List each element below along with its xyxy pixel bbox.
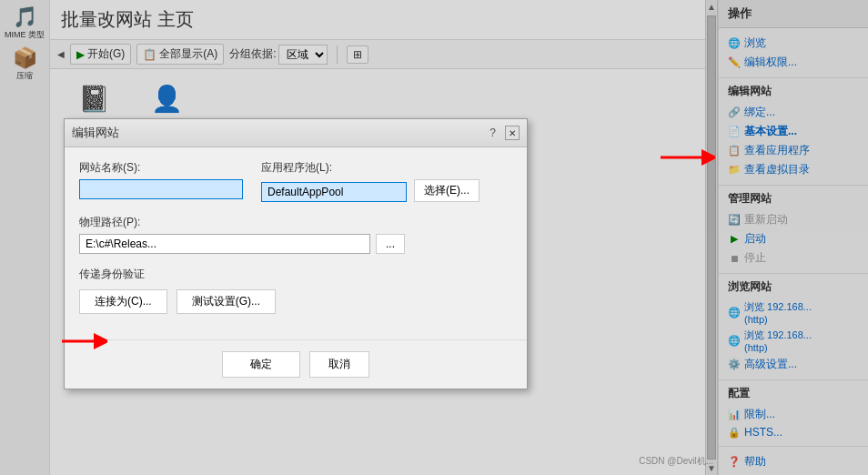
log-icon: 📓 — [76, 80, 112, 116]
right-panel-section-managesite: 管理网站 🔄 重新启动 ▶ 启动 ⏹ 停止 — [719, 186, 868, 274]
browse-192-2-label: 浏览 192.168...(http) — [744, 328, 812, 353]
watermark: CSDN @Devil机... — [639, 455, 713, 468]
stop-label: 停止 — [744, 250, 766, 266]
edit-permissions-label: 编辑权限... — [744, 55, 797, 70]
limits-label: 限制... — [744, 407, 775, 422]
group-by-dropdown: 分组依据: 区域 — [229, 45, 327, 65]
dialog-close-button[interactable]: ✕ — [505, 126, 520, 140]
view-vdirs-icon: 📁 — [728, 164, 741, 177]
app-pool-input[interactable] — [261, 182, 407, 202]
right-panel-section-browse: 🌐 浏览 ✏️ 编辑权限... — [719, 28, 868, 78]
start-label: 启动 — [744, 231, 766, 247]
stop-link[interactable]: ⏹ 停止 — [728, 248, 859, 268]
help-label: 帮助 — [744, 454, 766, 470]
pass-through-section: 传递身份验证 连接为(C)... 测试设置(G)... — [79, 267, 512, 314]
restart-icon: 🔄 — [728, 214, 741, 227]
toolbar-separator — [337, 45, 338, 64]
scroll-up-btn[interactable]: ▲ — [707, 2, 716, 12]
credentials-row: 连接为(C)... 测试设置(G)... — [79, 289, 512, 314]
advanced-settings-label: 高级设置... — [744, 357, 797, 372]
editsite-title: 编辑网站 — [728, 84, 859, 99]
basic-settings-link[interactable]: 📄 基本设置... — [728, 122, 859, 141]
scroll-thumb[interactable] — [707, 15, 716, 460]
edit-permissions-link[interactable]: ✏️ 编辑权限... — [728, 53, 859, 72]
browse-192-2-icon: 🌐 — [728, 335, 741, 348]
browse-path-button[interactable]: ... — [376, 234, 405, 254]
bind-label: 绑定... — [744, 105, 775, 120]
advanced-settings-icon: ⚙️ — [728, 359, 741, 371]
right-panel-section-editsite: 编辑网站 🔗 绑定... 📄 基本设置... 📋 查看应用程序 📁 查看虚拟目录 — [719, 78, 868, 186]
managesite-title: 管理网站 — [728, 191, 859, 207]
start-link[interactable]: ▶ 启动 — [728, 229, 859, 248]
dialog-title: 编辑网站 — [72, 125, 119, 141]
advanced-settings-link[interactable]: ⚙️ 高级设置... — [728, 355, 859, 374]
right-panel-section-config: 配置 📊 限制... 🔒 HSTS... — [719, 380, 868, 447]
browsesite-title: 浏览网站 — [728, 279, 859, 295]
start-icon: ▶ — [728, 233, 741, 246]
browse-192-1-link[interactable]: 🌐 浏览 192.168...(http) — [728, 298, 859, 327]
site-name-input[interactable] — [79, 179, 243, 199]
view-apps-label: 查看应用程序 — [744, 143, 810, 158]
site-name-label: 网站名称(S): — [79, 160, 243, 176]
mime-icon: 🎵 — [13, 7, 37, 27]
hsts-link[interactable]: 🔒 HSTS... — [728, 424, 859, 440]
help-question[interactable]: ? — [490, 126, 496, 139]
view-icon: ⊞ — [353, 48, 362, 61]
physical-path-input[interactable] — [79, 234, 370, 254]
site-name-group: 网站名称(S): — [79, 160, 243, 202]
right-panel-section-help: ❓ 帮助 — [719, 447, 868, 475]
sidebar-item-compress-label: 压缩 — [16, 70, 33, 82]
toolbar: ◀ ▶ 开始(G) 📋 全部显示(A) 分组依据: 区域 ⊞ — [50, 40, 705, 69]
basic-settings-icon: 📄 — [728, 126, 741, 138]
group-by-select[interactable]: 区域 — [278, 45, 328, 65]
browse-link[interactable]: 🌐 浏览 — [728, 34, 859, 53]
view-toggle-button[interactable]: ⊞ — [347, 45, 368, 64]
connect-button[interactable]: 连接为(C)... — [79, 289, 167, 314]
hsts-icon: 🔒 — [728, 426, 741, 439]
dialog-title-bar: 编辑网站 ? ✕ — [65, 119, 527, 147]
browse-192-1-icon: 🌐 — [728, 307, 741, 319]
dialog-footer: 确定 取消 — [65, 339, 527, 389]
view-apps-icon: 📋 — [728, 145, 741, 157]
view-vdirs-label: 查看虚拟目录 — [744, 162, 810, 177]
compress-icon: 📦 — [13, 48, 37, 68]
browse-192-2-link[interactable]: 🌐 浏览 192.168...(http) — [728, 327, 859, 355]
left-sidebar: 🎵 MIME 类型 📦 压缩 — [0, 0, 50, 475]
view-vdirs-link[interactable]: 📁 查看虚拟目录 — [728, 160, 859, 179]
bind-link[interactable]: 🔗 绑定... — [728, 103, 859, 122]
right-panel-section-browsesite: 浏览网站 🌐 浏览 192.168...(http) 🌐 浏览 192.168.… — [719, 274, 868, 380]
sidebar-item-compress[interactable]: 📦 压缩 — [2, 48, 47, 82]
sidebar-item-mime[interactable]: 🎵 MIME 类型 — [2, 7, 47, 41]
dialog-body: 网站名称(S): 应用程序池(L): 选择(E)... 物理路径(P): ... — [65, 147, 527, 339]
browse-label: 浏览 — [744, 35, 766, 51]
vertical-scrollbar[interactable]: ▲ ▼ — [705, 0, 718, 475]
app-pool-label: 应用程序池(L): — [261, 160, 479, 176]
toolbar-arrow: ◀ — [57, 49, 65, 59]
app-pool-group: 应用程序池(L): 选择(E)... — [261, 160, 479, 202]
cancel-button[interactable]: 取消 — [309, 351, 369, 378]
start-button[interactable]: ▶ 开始(G) — [70, 44, 131, 65]
limits-link[interactable]: 📊 限制... — [728, 405, 859, 424]
start-label: 开始(G) — [87, 46, 125, 62]
show-all-button[interactable]: 📋 全部显示(A) — [136, 44, 224, 65]
edit-permissions-icon: ✏️ — [728, 56, 741, 69]
view-apps-link[interactable]: 📋 查看应用程序 — [728, 141, 859, 160]
browse-192-1-label: 浏览 192.168...(http) — [744, 300, 812, 325]
test-button[interactable]: 测试设置(G)... — [177, 289, 276, 314]
right-panel-title: 操作 — [719, 0, 868, 28]
play-icon: ▶ — [76, 48, 85, 61]
select-pool-button[interactable]: 选择(E)... — [414, 179, 479, 202]
right-panel: 操作 🌐 浏览 ✏️ 编辑权限... 编辑网站 🔗 绑定... 📄 基本设置..… — [718, 0, 868, 475]
help-icon: ❓ — [728, 456, 741, 469]
page-title: 批量改网站 主页 — [61, 7, 194, 32]
auth-icon: 👤 — [148, 80, 185, 116]
basic-settings-label: 基本设置... — [744, 124, 797, 139]
physical-path-label: 物理路径(P): — [79, 216, 140, 228]
limits-icon: 📊 — [728, 409, 741, 421]
page-header: 批量改网站 主页 — [50, 0, 705, 40]
help-link[interactable]: ❓ 帮助 — [728, 452, 859, 471]
show-all-icon: 📋 — [143, 48, 156, 61]
bind-icon: 🔗 — [728, 106, 741, 119]
ok-button[interactable]: 确定 — [222, 351, 300, 378]
restart-link[interactable]: 🔄 重新启动 — [728, 210, 859, 229]
